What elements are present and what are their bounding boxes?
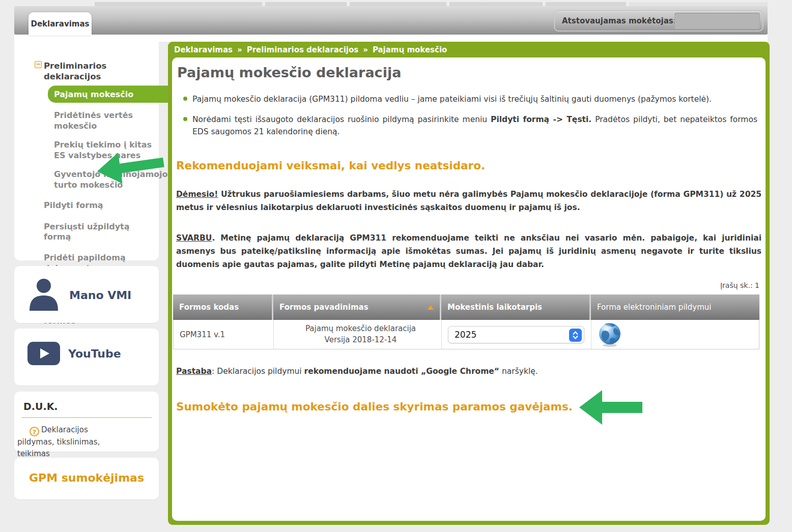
card-gpm: GPM sumokėjimas [14,458,159,499]
bullet-item: Norėdami tęsti išsaugoto deklaracijos ru… [183,113,757,138]
breadcrumb-pajamu-mokescio[interactable]: Pajamų mokesčio [373,45,447,54]
content-area: Pajamų mokesčio deklaracija Pajamų mokes… [172,57,766,521]
heading-support-link[interactable]: Sumokėto pajamų mokesčio dalies skyrimas… [176,400,573,413]
youtube-link[interactable]: YouTube [14,329,159,365]
pastaba-label: Pastaba [176,367,212,376]
cell-form-code: GPM311 v.1 [174,320,274,349]
col-header-formos-kodas[interactable]: Formos kodas [173,294,273,320]
cell-form-name: Pajamų mokesčio deklaracija Versija 2018… [274,320,442,349]
tab-label: Deklaravimas [31,19,90,28]
table-header-row: Formos kodas Formos pavadinimas Mokestin… [173,294,759,320]
breadcrumb-deklaravimas[interactable]: Deklaravimas [174,45,233,54]
globe-icon[interactable] [598,322,622,347]
col-header-mokestinis-laikotarpis[interactable]: Mokestinis laikotarpis [441,294,591,320]
sidebar-item-pildyti-forma[interactable]: Pildyti formą [14,198,159,213]
cell-electronic-form [591,320,759,349]
person-icon [27,277,61,313]
sidebar-item-preliminarios-deklaracijos[interactable]: − Preliminarios deklaracijos [14,59,159,83]
mano-vmi-label: Mano VMI [69,289,131,302]
tax-period-select[interactable]: 2025 [448,326,584,343]
sidebar-item-pajamu-mokescio[interactable]: Pajamų mokesčio [48,85,182,103]
payer-label: Atstovaujamas mokėtojas: [562,16,676,25]
sidebar-item-pridetines-vertes-mokescio[interactable]: Pridėtinės vertės mokesčio [14,108,159,134]
header-divider [14,35,768,42]
svarbu-label: SVARBU [176,233,212,243]
breadcrumb-preliminarios[interactable]: Preliminarios deklaracijos [247,45,359,54]
tab-deklaravimas[interactable]: Deklaravimas [29,12,92,36]
mano-vmi-link[interactable]: Mano VMI [14,266,159,313]
card-mano-vmi: Mano VMI [14,266,159,323]
page-title: Pajamų mokesčio deklaracija [177,65,401,80]
table-row: GPM311 v.1 Pajamų mokesčio deklaracija V… [173,320,759,349]
select-stepper-icon [569,329,582,342]
sidebar-item-persiusti-uzpildyta-forma[interactable]: Persiųsti užpildytą formą [14,219,159,245]
col-header-formos-pavadinimas[interactable]: Formos pavadinimas [273,294,441,320]
breadcrumb: Deklaravimas » Preliminarios deklaracijo… [174,42,766,57]
note-pastaba: Pastaba: Deklaracijos pildymui rekomendu… [176,367,538,376]
bullet-icon [183,97,187,101]
notice-demesio: Dėmesio! Užtrukus paruošiamiesiems darba… [176,188,761,214]
main-panel: Deklaravimas » Preliminarios deklaracijo… [168,42,770,525]
youtube-label: YouTube [68,347,121,360]
bullet-item: Pajamų mokesčio deklaracija (GPM311) pil… [183,93,757,105]
bullet-icon [183,117,187,121]
duk-link[interactable]: ?Deklaracijos pildymas, tikslinimas, tei… [14,418,132,460]
question-icon: ? [30,427,39,436]
youtube-icon [27,342,60,365]
gpm-payment-link[interactable]: GPM sumokėjimas [14,458,159,498]
card-youtube: YouTube [14,329,159,386]
records-count: Įrašų sk.: 1 [720,281,759,289]
breadcrumb-separator: » [363,45,368,54]
card-duk: D.U.K. ?Deklaracijos pildymas, tikslinim… [14,392,159,452]
annotation-arrow-support [579,388,642,427]
col-header-forma-elektroniniam[interactable]: Forma elektroniniam pildymui [591,294,758,320]
collapse-minus-icon[interactable]: − [35,61,42,68]
represented-payer-box: Atstovaujamas mokėtojas: [554,10,763,32]
sort-asc-icon [428,305,434,310]
payer-value-redacted [674,13,760,29]
notice-svarbu: SVARBU. Metinę pajamų deklaraciją GPM311… [176,231,761,271]
breadcrumb-separator: » [237,45,242,54]
forms-table: Formos kodas Formos pavadinimas Mokestin… [173,294,759,349]
cell-tax-period: 2025 [442,320,591,349]
heading-wizard-link[interactable]: Rekomenduojami veiksmai, kai vedlys neat… [176,159,485,172]
demesio-label: Dėmesio! [176,190,218,199]
duk-title: D.U.K. [14,392,159,417]
